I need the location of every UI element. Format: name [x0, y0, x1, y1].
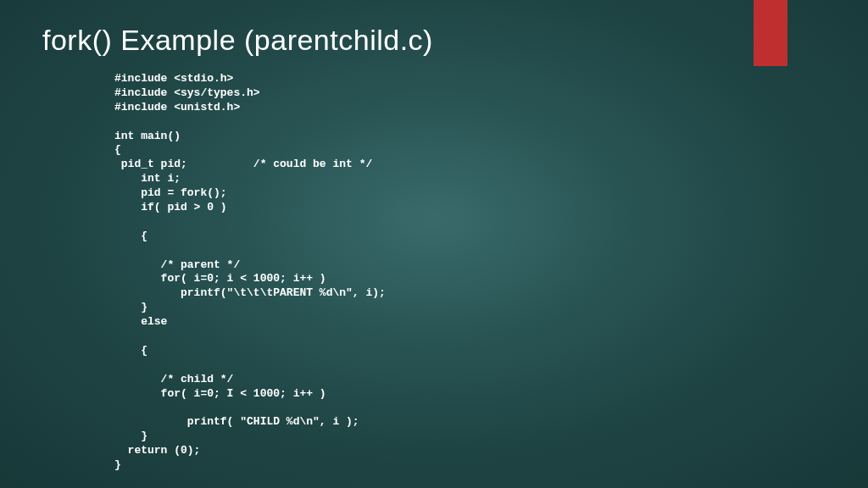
- code-listing: #include <stdio.h> #include <sys/types.h…: [114, 72, 386, 473]
- slide-title: fork() Example (parentchild.c): [42, 24, 433, 57]
- accent-bar: [754, 0, 787, 66]
